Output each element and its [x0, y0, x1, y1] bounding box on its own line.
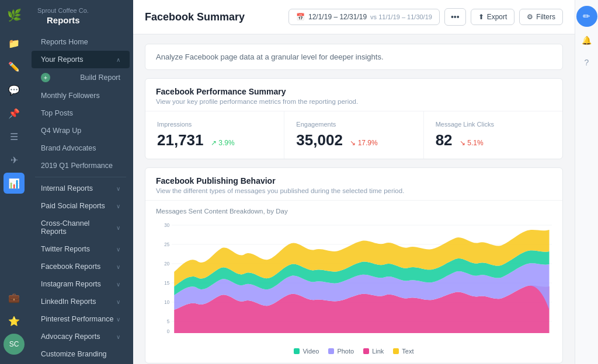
publishing-card-title: Facebook Publishing Behavior: [156, 176, 552, 186]
nav-icon-inbox[interactable]: 💬: [4, 79, 25, 100]
nav-icon-tasks[interactable]: ☰: [4, 126, 25, 147]
svg-text:10: 10: [164, 299, 169, 306]
message-clicks-value-row: 82 ↘ 5.1%: [436, 131, 551, 149]
nav-icon-reports[interactable]: 📊: [4, 173, 25, 194]
chevron-up-icon: ∧: [116, 57, 120, 63]
message-clicks-value: 82: [436, 131, 453, 149]
main-header: Facebook Summary 📅 12/1/19 – 12/31/19 vs…: [133, 0, 575, 34]
info-banner: Analyze Facebook page data at a granular…: [145, 44, 563, 70]
chart-legend: Video Photo Link Text: [145, 343, 562, 363]
sidebar-item-advocacy-reports[interactable]: Advocacy Reports ∨: [32, 328, 130, 345]
metric-engagements: Engagements 35,002 ↘ 17.9%: [284, 111, 423, 159]
svg-text:20: 20: [164, 261, 169, 267]
chart-label: Messages Sent Content Breakdown, by Day: [145, 201, 562, 215]
sidebar-title: Reports: [37, 14, 124, 31]
date-range-text: 12/1/19 – 12/31/19: [308, 13, 367, 21]
publishing-card-header: Facebook Publishing Behavior View the di…: [145, 168, 562, 201]
sidebar-item-brand-advocates[interactable]: Brand Advocates: [32, 139, 130, 157]
chevron-down-icon: ∨: [116, 281, 120, 288]
nav-avatar[interactable]: SC: [4, 334, 25, 355]
publishing-card-subtitle: View the different types of messages you…: [156, 187, 552, 194]
svg-text:15: 15: [164, 280, 169, 286]
sidebar-item-monthly-followers[interactable]: Monthly Followers: [32, 87, 130, 104]
notification-icon[interactable]: 🔔: [578, 32, 596, 49]
nav-sidebar: Sprout Coffee Co. Reports Reports Home Y…: [28, 0, 133, 364]
chevron-down-icon: ∨: [116, 246, 120, 253]
brand-name: Sprout Coffee Co.: [37, 7, 124, 14]
nav-icon-compose[interactable]: ✏️: [4, 56, 25, 77]
export-button[interactable]: ⬆ Export: [471, 9, 515, 25]
engagements-change: ↘ 17.9%: [350, 139, 377, 147]
chevron-down-icon: ∨: [116, 334, 120, 340]
nav-icon-home[interactable]: 📁: [4, 33, 25, 54]
impressions-value-row: 21,731 ↗ 3.9%: [157, 131, 272, 149]
sidebar-item-paid-social[interactable]: Paid Social Reports ∨: [32, 197, 130, 215]
legend-video: Video: [294, 348, 319, 355]
sidebar-item-your-reports[interactable]: Your Reports ∧: [32, 51, 130, 68]
sprout-logo-icon[interactable]: 🌿: [4, 5, 25, 26]
page-title: Facebook Summary: [145, 11, 245, 23]
svg-text:30: 30: [164, 222, 169, 229]
impressions-label: Impressions: [157, 121, 272, 128]
brand-section: Sprout Coffee Co. Reports: [28, 0, 133, 33]
plus-icon: +: [41, 73, 50, 82]
sidebar-item-linkedin-reports[interactable]: LinkedIn Reports ∨: [32, 293, 130, 310]
filters-button[interactable]: ⚙ Filters: [519, 9, 563, 25]
sidebar-item-facebook-reports[interactable]: Facebook Reports ∨: [32, 258, 130, 275]
performance-card: Facebook Performance Summary View your k…: [145, 78, 563, 159]
svg-text:25: 25: [164, 242, 169, 248]
main-content: Facebook Summary 📅 12/1/19 – 12/31/19 vs…: [133, 0, 575, 364]
chevron-down-icon: ∨: [116, 203, 120, 209]
legend-photo: Photo: [328, 348, 354, 355]
divider: [35, 177, 126, 177]
publishing-card: Facebook Publishing Behavior View the di…: [145, 167, 563, 363]
export-icon: ⬆: [478, 13, 484, 21]
vs-date-range-text: vs 11/1/19 – 11/30/19: [370, 13, 432, 20]
legend-text: Text: [393, 348, 413, 355]
engagements-value-row: 35,002 ↘ 17.9%: [296, 131, 411, 149]
nav-icon-star[interactable]: ⭐: [4, 310, 25, 331]
link-color-dot: [363, 348, 369, 354]
chevron-down-icon: ∨: [116, 264, 120, 270]
sidebar-item-top-posts[interactable]: Top Posts: [32, 104, 130, 122]
chevron-down-icon: ∨: [116, 299, 120, 305]
sidebar-item-pinterest[interactable]: Pinterest Performance ∨: [32, 310, 130, 328]
metric-message-link-clicks: Message Link Clicks 82 ↘ 5.1%: [424, 111, 562, 159]
help-icon[interactable]: ?: [578, 54, 596, 71]
right-rail: ✏ 🔔 ?: [575, 0, 598, 364]
sidebar-item-customize-branding[interactable]: Customize Branding: [32, 345, 130, 363]
icon-rail: 🌿 📁 ✏️ 💬 📌 ☰ ✈ 📊 💼 ⭐ SC: [0, 0, 28, 364]
sidebar-item-reports-home[interactable]: Reports Home: [32, 33, 130, 51]
impressions-value: 21,731: [157, 131, 204, 149]
sidebar-item-internal-reports[interactable]: Internal Reports ∨: [32, 180, 130, 197]
edit-fab-button[interactable]: ✏: [576, 6, 597, 27]
nav-icon-publish[interactable]: 📌: [4, 103, 25, 124]
chevron-down-icon: ∨: [116, 186, 120, 192]
performance-card-title: Facebook Performance Summary: [156, 87, 552, 96]
metrics-row: Impressions 21,731 ↗ 3.9% Engagements 35…: [145, 111, 562, 159]
svg-text:0: 0: [167, 328, 170, 335]
engagements-value: 35,002: [296, 131, 343, 149]
chevron-down-icon: ∨: [116, 225, 120, 231]
sidebar-item-build-report[interactable]: + Build Report: [32, 68, 130, 87]
photo-color-dot: [328, 348, 334, 354]
performance-card-subtitle: View your key profile performance metric…: [156, 98, 552, 105]
sidebar-item-instagram-reports[interactable]: Instagram Reports ∨: [32, 275, 130, 293]
sidebar-item-cross-channel[interactable]: Cross-Channel Reports ∨: [32, 215, 130, 240]
svg-text:5: 5: [167, 318, 170, 325]
message-clicks-change: ↘ 5.1%: [460, 139, 484, 147]
chart-container: 30 25 20 15 10 5 0 1: [145, 219, 562, 343]
more-options-button[interactable]: •••: [444, 8, 466, 26]
message-clicks-label: Message Link Clicks: [436, 121, 551, 128]
date-range-button[interactable]: 📅 12/1/19 – 12/31/19 vs 11/1/19 – 11/30/…: [288, 9, 440, 25]
video-color-dot: [294, 348, 300, 354]
stacked-area-chart: 30 25 20 15 10 5 0 1: [156, 219, 552, 336]
sidebar-item-2019-q1[interactable]: 2019 Q1 Performance: [32, 157, 130, 174]
text-color-dot: [393, 348, 399, 354]
sidebar-item-q4-wrap-up[interactable]: Q4 Wrap Up: [32, 122, 130, 139]
nav-icon-briefcase[interactable]: 💼: [4, 287, 25, 308]
nav-icon-send[interactable]: ✈: [4, 149, 25, 170]
metric-impressions: Impressions 21,731 ↗ 3.9%: [145, 111, 284, 159]
filter-icon: ⚙: [527, 13, 533, 21]
sidebar-item-twitter-reports[interactable]: Twitter Reports ∨: [32, 240, 130, 258]
